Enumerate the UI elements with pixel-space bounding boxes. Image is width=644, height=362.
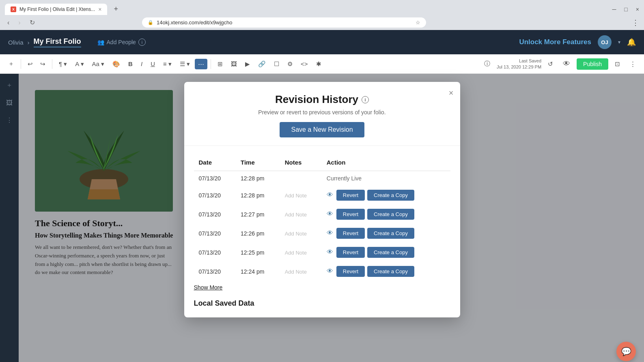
video-button[interactable]: ▶ bbox=[242, 59, 253, 69]
cell-notes bbox=[280, 171, 322, 186]
breadcrumb-user[interactable]: Olivia bbox=[8, 39, 24, 46]
modal-info-icon[interactable]: i bbox=[362, 96, 369, 103]
code-button[interactable]: <> bbox=[297, 59, 311, 69]
preview-icon[interactable]: 👁 bbox=[327, 268, 333, 274]
align-button[interactable]: ≡ ▾ bbox=[160, 59, 175, 69]
revert-button[interactable]: Revert bbox=[336, 247, 365, 258]
underline-button[interactable]: U bbox=[147, 59, 158, 69]
add-note-button[interactable]: Add Note bbox=[285, 231, 307, 237]
minimize-button[interactable]: ─ bbox=[612, 6, 616, 13]
cell-notes: Add Note bbox=[280, 186, 322, 205]
new-tab-button[interactable]: + bbox=[110, 3, 121, 15]
add-note-button[interactable]: Add Note bbox=[285, 212, 307, 218]
col-action: Action bbox=[322, 156, 450, 171]
cell-action: 👁RevertCreate a Copy bbox=[322, 262, 450, 281]
forward-button[interactable]: › bbox=[16, 18, 23, 27]
notifications-button[interactable]: 🔔 bbox=[627, 38, 636, 47]
chevron-down-icon[interactable]: ▾ bbox=[618, 39, 620, 45]
info-button[interactable]: ⓘ bbox=[481, 58, 493, 69]
info-icon[interactable]: i bbox=[138, 39, 146, 46]
cell-action: 👁RevertCreate a Copy bbox=[322, 186, 450, 205]
revert-button[interactable]: Revert bbox=[336, 190, 365, 201]
preview-icon[interactable]: 👁 bbox=[327, 229, 333, 236]
browser-tab[interactable]: X My First Folio | Olivia Edit | Xtens..… bbox=[5, 4, 107, 15]
reload-button[interactable]: ↻ bbox=[27, 18, 37, 27]
add-people-button[interactable]: 👥 Add People i bbox=[97, 39, 146, 46]
cell-notes: Add Note bbox=[280, 205, 322, 224]
embed-button[interactable]: ☐ bbox=[271, 59, 282, 69]
color-button[interactable]: 🎨 bbox=[109, 59, 123, 69]
publish-button[interactable]: Publish bbox=[577, 58, 608, 70]
preview-button[interactable]: 👁 bbox=[560, 58, 573, 70]
chat-bubble-button[interactable]: 💬 bbox=[616, 342, 636, 361]
preview-icon[interactable]: 👁 bbox=[327, 248, 333, 255]
add-note-button[interactable]: Add Note bbox=[285, 269, 307, 275]
save-revision-button[interactable]: Save a New Revision bbox=[280, 122, 364, 137]
address-bar[interactable]: 🔒 14okj.xtensio.com/edit/x9wjgcho ☆ bbox=[142, 17, 426, 28]
italic-button[interactable]: I bbox=[138, 59, 146, 69]
cell-time: 12:28 pm bbox=[236, 186, 280, 205]
responsive-button[interactable]: ⊡ bbox=[612, 59, 623, 69]
table-row: 07/13/2012:26 pmAdd Note👁RevertCreate a … bbox=[194, 224, 450, 243]
revert-button[interactable]: Revert bbox=[336, 266, 365, 277]
window-close-button[interactable]: × bbox=[636, 6, 639, 13]
back-button[interactable]: ‹ bbox=[5, 18, 12, 27]
add-note-button[interactable]: Add Note bbox=[285, 193, 307, 199]
modal-body: Date Time Notes Action 07/13/2012:28 pmC… bbox=[184, 146, 460, 317]
image-button[interactable]: 🖼 bbox=[228, 59, 240, 69]
more-options-button[interactable]: ⋯ bbox=[195, 59, 207, 69]
revert-button[interactable]: Revert bbox=[336, 228, 365, 239]
create-copy-button[interactable]: Create a Copy bbox=[367, 228, 414, 239]
col-notes: Notes bbox=[280, 156, 322, 171]
cell-date: 07/13/20 bbox=[194, 224, 236, 243]
tab-title: My First Folio | Olivia Edit | Xtens... bbox=[19, 6, 95, 12]
undo-button[interactable]: ↩ bbox=[24, 59, 36, 69]
table-button[interactable]: ⊞ bbox=[214, 59, 226, 69]
cell-action: 👁RevertCreate a Copy bbox=[322, 243, 450, 262]
window-controls: ─ □ × bbox=[612, 6, 639, 13]
modal-title: Revision History i bbox=[194, 93, 450, 106]
table-row: 07/13/2012:28 pmAdd Note👁RevertCreate a … bbox=[194, 186, 450, 205]
add-block-button[interactable]: ＋ bbox=[5, 58, 17, 69]
create-copy-button[interactable]: Create a Copy bbox=[367, 247, 414, 258]
font-scale-button[interactable]: Aa ▾ bbox=[89, 59, 108, 69]
unlock-features-button[interactable]: Unlock More Features bbox=[519, 38, 591, 46]
cell-date: 07/13/20 bbox=[194, 171, 236, 186]
create-copy-button[interactable]: Create a Copy bbox=[367, 209, 414, 220]
last-saved-info: Last Saved Jul 13, 2020 12:29 PM bbox=[497, 58, 541, 70]
modal-close-button[interactable]: × bbox=[449, 88, 454, 98]
list-button[interactable]: ☰ ▾ bbox=[177, 59, 193, 69]
cell-notes: Add Note bbox=[280, 224, 322, 243]
table-row: 07/13/2012:27 pmAdd Note👁RevertCreate a … bbox=[194, 205, 450, 224]
ai-button[interactable]: ✱ bbox=[313, 59, 325, 69]
tab-close-button[interactable]: × bbox=[98, 6, 101, 13]
browser-menu-button[interactable]: ⋮ bbox=[632, 18, 639, 27]
more-menu-button[interactable]: ⋮ bbox=[627, 59, 639, 69]
create-copy-button[interactable]: Create a Copy bbox=[367, 266, 414, 277]
avatar[interactable]: OJ bbox=[598, 35, 612, 49]
tab-favicon: X bbox=[11, 6, 16, 12]
redo-button[interactable]: ↪ bbox=[37, 59, 49, 69]
breadcrumb-current[interactable]: My First Folio bbox=[34, 37, 81, 47]
link-button[interactable]: 🔗 bbox=[255, 59, 269, 69]
maximize-button[interactable]: □ bbox=[624, 6, 627, 13]
modal-header: Revision History i Preview or revert to … bbox=[184, 82, 460, 146]
preview-icon[interactable]: 👁 bbox=[327, 210, 333, 217]
preview-icon[interactable]: 👁 bbox=[327, 191, 333, 198]
bookmark-icon[interactable]: ☆ bbox=[416, 19, 420, 26]
history-button[interactable]: ↺ bbox=[545, 59, 556, 69]
modal-subtitle: Preview or revert to previous versions o… bbox=[194, 109, 450, 116]
bold-button[interactable]: B bbox=[125, 59, 136, 69]
last-saved-date: Jul 13, 2020 12:29 PM bbox=[497, 64, 541, 69]
cell-action: Currently Live bbox=[322, 171, 450, 186]
paragraph-button[interactable]: ¶ ▾ bbox=[56, 59, 70, 69]
cell-date: 07/13/20 bbox=[194, 186, 236, 205]
toolbar-right: ⓘ Last Saved Jul 13, 2020 12:29 PM ↺ 👁 P… bbox=[481, 58, 639, 70]
app-header: Olivia › My First Folio 👥 Add People i U… bbox=[0, 30, 644, 54]
font-size-button[interactable]: A ▾ bbox=[72, 59, 87, 69]
show-more-link[interactable]: Show More bbox=[194, 284, 223, 291]
share-button[interactable]: ⚙ bbox=[284, 59, 296, 69]
create-copy-button[interactable]: Create a Copy bbox=[367, 190, 414, 201]
add-note-button[interactable]: Add Note bbox=[285, 250, 307, 256]
revert-button[interactable]: Revert bbox=[336, 209, 365, 220]
